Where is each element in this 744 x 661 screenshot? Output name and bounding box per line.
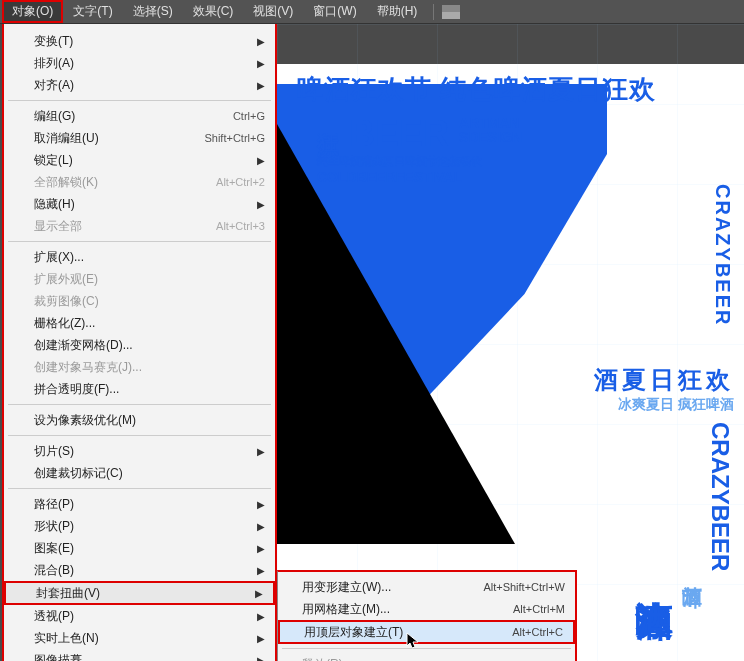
submenu-arrow-icon: ▶ — [257, 80, 265, 91]
mi-trim-marks[interactable]: 创建裁切标记(C) — [4, 462, 275, 484]
mi-transform[interactable]: 变换(T)▶ — [4, 30, 275, 52]
mi-label: 实时上色(N) — [34, 630, 99, 647]
mi-path[interactable]: 路径(P)▶ — [4, 493, 275, 515]
mi-live-paint[interactable]: 实时上色(N)▶ — [4, 627, 275, 649]
mi-envelope-distort[interactable]: 封套扭曲(V)▶ — [4, 581, 275, 605]
mi-lock[interactable]: 锁定(L)▶ — [4, 149, 275, 171]
mi-label: 混合(B) — [34, 562, 74, 579]
mi-slice[interactable]: 切片(S)▶ — [4, 440, 275, 462]
mi-align[interactable]: 对齐(A)▶ — [4, 74, 275, 96]
view-mode-icon[interactable] — [442, 5, 460, 19]
mi-pattern[interactable]: 图案(E)▶ — [4, 537, 275, 559]
menu-type[interactable]: 文字(T) — [63, 0, 122, 23]
menu-separator — [8, 488, 271, 489]
artwork-right-block: 酒夏日狂欢 冰爽夏日 疯狂啤酒 冰爽啤酒啤酒节CRAZYBEER — [584, 364, 734, 575]
mi-label: 切片(S) — [34, 443, 74, 460]
mi-label: 透视(P) — [34, 608, 74, 625]
smi-release: 释放(R) — [278, 653, 575, 661]
mi-label: 扩展外观(E) — [34, 271, 98, 288]
submenu-arrow-icon: ▶ — [257, 543, 265, 554]
mi-label: 栅格化(Z)... — [34, 315, 95, 332]
smi-make-with-warp[interactable]: 用变形建立(W)...Alt+Shift+Ctrl+W — [278, 576, 575, 598]
mi-label: 隐藏(H) — [34, 196, 75, 213]
mi-unlock-all: 全部解锁(K)Alt+Ctrl+2 — [4, 171, 275, 193]
envelope-submenu: 用变形建立(W)...Alt+Shift+Ctrl+W 用网格建立(M)...A… — [277, 570, 577, 661]
submenu-arrow-icon: ▶ — [257, 58, 265, 69]
submenu-arrow-icon: ▶ — [257, 36, 265, 47]
menubar: 对象(O) 文字(T) 选择(S) 效果(C) 视图(V) 窗口(W) 帮助(H… — [0, 0, 744, 24]
mi-label: 拼合透明度(F)... — [34, 381, 119, 398]
mi-show-all: 显示全部Alt+Ctrl+3 — [4, 215, 275, 237]
artwork-headline: 啤酒狂欢节 纯色啤酒夏日狂欢 — [297, 76, 617, 102]
smi-make-with-mesh[interactable]: 用网格建立(M)...Alt+Ctrl+M — [278, 598, 575, 620]
mi-crop-image: 裁剪图像(C) — [4, 290, 275, 312]
smi-shortcut: Alt+Shift+Ctrl+W — [483, 581, 565, 593]
mi-label: 创建渐变网格(D)... — [34, 337, 133, 354]
mi-gradient-mesh[interactable]: 创建渐变网格(D)... — [4, 334, 275, 356]
mi-rasterize[interactable]: 栅格化(Z)... — [4, 312, 275, 334]
object-menu-dropdown: 变换(T)▶ 排列(A)▶ 对齐(A)▶ 编组(G)Ctrl+G 取消编组(U)… — [2, 24, 277, 661]
mi-shape[interactable]: 形状(P)▶ — [4, 515, 275, 537]
menu-separator — [8, 435, 271, 436]
menu-select[interactable]: 选择(S) — [123, 0, 183, 23]
menu-effect[interactable]: 效果(C) — [183, 0, 244, 23]
mi-object-mosaic: 创建对象马赛克(J)... — [4, 356, 275, 378]
mi-arrange[interactable]: 排列(A)▶ — [4, 52, 275, 74]
smi-shortcut: Alt+Ctrl+C — [512, 626, 563, 638]
submenu-arrow-icon: ▶ — [257, 521, 265, 532]
mi-label: 创建裁切标记(C) — [34, 465, 123, 482]
mi-label: 封套扭曲(V) — [36, 585, 100, 602]
mi-expand-appearance: 扩展外观(E) — [4, 268, 275, 290]
mi-label: 路径(P) — [34, 496, 74, 513]
mi-image-trace[interactable]: 图像描摹▶ — [4, 649, 275, 661]
artwork-beer-text: 疯凉狂 BEER ARTMANSDESIGN — [317, 116, 522, 152]
mi-label: 裁剪图像(C) — [34, 293, 99, 310]
submenu-arrow-icon: ▶ — [257, 155, 265, 166]
mi-label: 排列(A) — [34, 55, 74, 72]
mi-shortcut: Alt+Ctrl+2 — [216, 176, 265, 188]
mi-blend[interactable]: 混合(B)▶ — [4, 559, 275, 581]
mi-ungroup[interactable]: 取消编组(U)Shift+Ctrl+G — [4, 127, 275, 149]
mi-shortcut: Ctrl+G — [233, 110, 265, 122]
submenu-arrow-icon: ▶ — [257, 655, 265, 662]
mi-perspective[interactable]: 透视(P)▶ — [4, 605, 275, 627]
mi-hide[interactable]: 隐藏(H)▶ — [4, 193, 275, 215]
mi-label: 图案(E) — [34, 540, 74, 557]
menubar-separator — [433, 4, 434, 20]
mi-group[interactable]: 编组(G)Ctrl+G — [4, 105, 275, 127]
mi-label: 编组(G) — [34, 108, 75, 125]
mi-flatten-transparency[interactable]: 拼合透明度(F)... — [4, 378, 275, 400]
menu-object[interactable]: 对象(O) — [2, 0, 63, 23]
menu-separator — [282, 648, 571, 649]
mi-label: 锁定(L) — [34, 152, 73, 169]
smi-label: 用变形建立(W)... — [302, 579, 391, 596]
mi-shortcut: Shift+Ctrl+G — [204, 132, 265, 144]
mi-label: 图像描摹 — [34, 652, 82, 662]
menu-separator — [8, 241, 271, 242]
mi-label: 取消编组(U) — [34, 130, 99, 147]
mi-label: 设为像素级优化(M) — [34, 412, 136, 429]
mi-pixel-perfect[interactable]: 设为像素级优化(M) — [4, 409, 275, 431]
mi-label: 变换(T) — [34, 33, 73, 50]
menu-separator — [8, 100, 271, 101]
smi-label: 用网格建立(M)... — [302, 601, 390, 618]
menu-help[interactable]: 帮助(H) — [367, 0, 428, 23]
submenu-arrow-icon: ▶ — [257, 199, 265, 210]
menu-separator — [8, 404, 271, 405]
canvas-area[interactable]: 啤酒狂欢节 纯色啤酒夏日狂欢 疯凉狂 BEER ARTMANSDESIGN 纯生… — [277, 24, 744, 661]
mi-label: 形状(P) — [34, 518, 74, 535]
artwork-subline: 纯生啤酒清爽夏日啤酒节邀您畅饮 COLDBEERFESTIVAL — [317, 154, 482, 185]
smi-shortcut: Alt+Ctrl+M — [513, 603, 565, 615]
smi-make-with-top-object[interactable]: 用顶层对象建立(T)Alt+Ctrl+C — [278, 620, 575, 644]
mi-expand[interactable]: 扩展(X)... — [4, 246, 275, 268]
artwork-crazy-vertical: CRAZYBEER — [711, 184, 734, 326]
mi-label: 创建对象马赛克(J)... — [34, 359, 142, 376]
menu-view[interactable]: 视图(V) — [243, 0, 303, 23]
smi-label: 用顶层对象建立(T) — [304, 624, 403, 641]
menu-window[interactable]: 窗口(W) — [303, 0, 366, 23]
submenu-arrow-icon: ▶ — [257, 565, 265, 576]
mi-label: 全部解锁(K) — [34, 174, 98, 191]
submenu-arrow-icon: ▶ — [255, 588, 263, 599]
mi-shortcut: Alt+Ctrl+3 — [216, 220, 265, 232]
mi-label: 扩展(X)... — [34, 249, 84, 266]
